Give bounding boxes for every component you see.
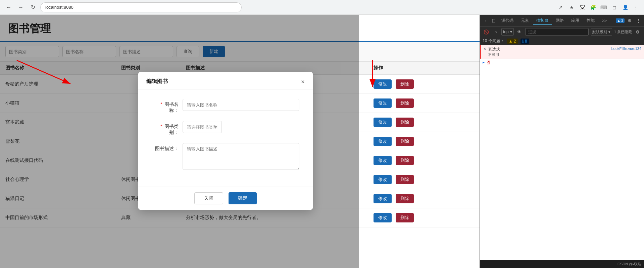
issues-info-badge[interactable]: ℹ 8 [521,39,529,44]
top-label: top [503,29,509,34]
cell-actions: 修改 删除 [368,113,480,132]
expand-arrow[interactable]: ▸ [483,60,485,65]
devtools-panel: ◦ ⎕ 源代码 元素 控制台 网络 应用 性能 >> ▲ 2 ⚙ ⋮ 🚫 ○ t… [480,15,644,268]
book-name-input[interactable] [183,99,299,111]
share-icon[interactable]: ↗ [557,3,565,11]
required-star-category: * [160,124,162,129]
category-select-wrapper: 请选择图书类别 [183,121,299,133]
eye-icon[interactable]: 👁 [516,28,523,36]
issues-badge: ▲ 2 [616,18,625,23]
form-label-name: * 图书名称： [152,99,179,114]
devtools-tabs: ◦ ⎕ 源代码 元素 控制台 网络 应用 性能 >> ▲ 2 ⚙ ⋮ [480,15,644,27]
dialog-close-button[interactable]: × [301,79,305,85]
no-entry-icon[interactable]: 🚫 [483,28,490,36]
tab-performance[interactable]: 性能 [583,16,598,25]
level-label: 默认级别 [592,29,607,35]
extension-icon2[interactable]: 🧩 [589,3,597,11]
book-desc-textarea[interactable] [183,143,299,170]
cell-actions: 修改 删除 [368,132,480,151]
tab-element[interactable]: 元素 [517,16,532,25]
console-error-line: × 表达式 不可用 bookFillIn.vue:134 [480,45,644,59]
settings2-icon[interactable]: ⚙ [634,28,641,36]
form-label-category: * 图书类别： [152,121,179,136]
level-arrow: ▾ [608,30,610,34]
tab-application[interactable]: 应用 [568,16,583,25]
issues-warn-badge[interactable]: ▲ 2 [507,39,518,44]
tab-more[interactable]: >> [599,17,610,24]
console-source-link[interactable]: bookFillIn.vue:134 [611,47,641,51]
form-row-category: * 图书类别： 请选择图书类别 [152,121,299,136]
console-error-submessage: 不可用 [488,52,500,57]
edit-button[interactable]: 修改 [374,79,392,89]
cell-actions: 修改 删除 [368,170,480,189]
devtools-inspect-icon[interactable]: ◦ [482,17,489,24]
dialog-footer: 关闭 确定 [138,187,313,210]
form-row-name: * 图书名称： [152,99,299,114]
menu-icon[interactable]: ⋮ [632,3,640,11]
clear-icon[interactable]: ○ [492,28,499,36]
delete-button[interactable]: 删除 [396,213,414,222]
edit-book-dialog: 编辑图书 × * 图书名称： * 图书类别： 请选择图书类别 [138,72,313,210]
tab-source[interactable]: 源代码 [498,16,517,25]
edit-button[interactable]: 修改 [374,118,392,127]
window-icon[interactable]: ◻ [610,3,618,11]
delete-button[interactable]: 删除 [396,98,414,108]
hidden-count: 1 条已隐藏 [614,29,632,35]
delete-button[interactable]: 删除 [396,118,414,127]
col-header-action: 操作 [368,62,480,75]
extension-icon3[interactable]: ⌨ [600,3,608,11]
console-close-btn[interactable]: × [484,47,486,51]
delete-button[interactable]: 删除 [396,194,414,203]
address-bar[interactable] [40,2,242,12]
console-number: 4 [487,60,490,65]
cell-actions: 修改 删除 [368,208,480,227]
tab-network[interactable]: 网络 [552,16,567,25]
delete-button[interactable]: 删除 [396,156,414,165]
settings-icon[interactable]: ⚙ [626,17,633,24]
dialog-title: 编辑图书 [146,78,168,85]
close-dialog-button[interactable]: 关闭 [194,192,223,204]
dropdown-arrow: ▾ [510,29,512,34]
dialog-header: 编辑图书 × [138,72,313,89]
edit-button[interactable]: 修改 [374,175,392,184]
form-row-desc: 图书描述： [152,143,299,170]
bookmark-icon[interactable]: ★ [567,3,576,11]
delete-button[interactable]: 删除 [396,137,414,146]
delete-button[interactable]: 删除 [396,79,414,89]
cell-actions: 修改 删除 [368,94,480,113]
cell-actions: 修改 删除 [368,151,480,170]
top-selector[interactable]: top ▾ [501,28,514,36]
refresh-button[interactable]: ↻ [28,3,38,12]
tab-console[interactable]: 控制台 [533,16,552,25]
console-filter-input[interactable] [525,28,589,36]
devtools-device-icon[interactable]: ⎕ [490,17,497,24]
edit-button[interactable]: 修改 [374,98,392,108]
dialog-body: * 图书名称： * 图书类别： 请选择图书类别 图书描述： [138,89,313,187]
delete-button[interactable]: 删除 [396,175,414,184]
devtools-console[interactable]: × 表达式 不可用 bookFillIn.vue:134 ▸ 4 [480,45,644,260]
forward-button[interactable]: → [16,3,26,12]
edit-button[interactable]: 修改 [374,213,392,222]
confirm-button[interactable]: 确定 [229,192,257,204]
back-button[interactable]: ← [4,3,13,12]
edit-button[interactable]: 修改 [374,194,392,203]
extension-icon1[interactable]: 🐼 [578,3,586,11]
edit-button[interactable]: 修改 [374,137,392,146]
profile-icon[interactable]: 👤 [621,3,629,11]
required-star-name: * [160,102,162,107]
more-icon[interactable]: ⋮ [635,17,642,24]
devtools-footer: CSDN @-联瑞 [480,260,644,268]
cell-actions: 修改 删除 [368,75,480,94]
console-number-line: ▸ 4 [480,59,644,66]
form-label-desc: 图书描述： [152,143,179,152]
cell-actions: 修改 删除 [368,189,480,208]
devtools-issues: 10 个问题： ▲ 2 ℹ 8 [480,37,644,45]
issues-label: 10 个问题： [483,38,504,44]
console-error-message: 表达式 [488,47,500,52]
log-level-select[interactable]: 默认级别 ▾ [591,28,612,36]
edit-button[interactable]: 修改 [374,156,392,165]
browser-chrome: ← → ↻ ↗ ★ 🐼 🧩 ⌨ ◻ 👤 ⋮ [0,0,644,15]
devtools-toolbar: 🚫 ○ top ▾ 👁 默认级别 ▾ 1 条已隐藏 ⚙ [480,27,644,37]
book-category-select[interactable]: 请选择图书类别 [183,121,222,133]
